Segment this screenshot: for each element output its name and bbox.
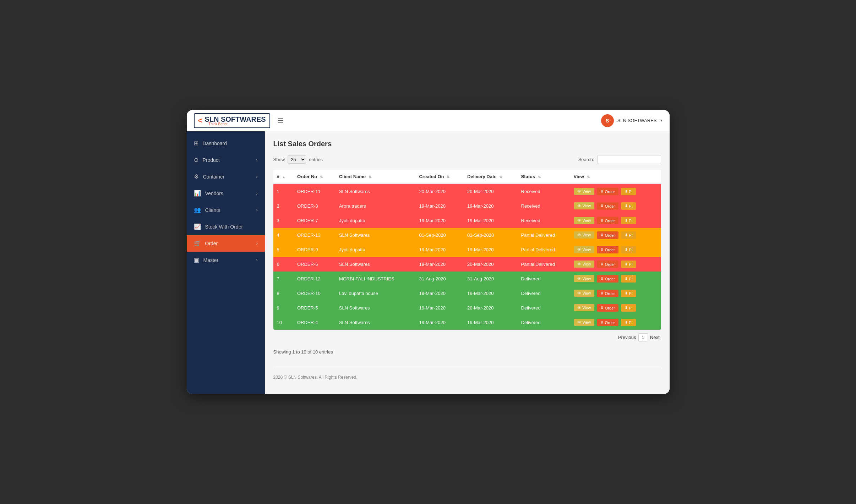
eye-icon: 👁 bbox=[577, 262, 581, 266]
table-row: 4 ORDER-13 SLN Softwares 01-Sep-2020 01-… bbox=[273, 228, 661, 242]
cell-num: 2 bbox=[273, 199, 294, 213]
pi-button[interactable]: ⬇ PI bbox=[621, 304, 636, 312]
view-button[interactable]: 👁 View bbox=[574, 261, 595, 268]
col-num[interactable]: # ▲ bbox=[273, 170, 294, 184]
eye-icon: 👁 bbox=[577, 306, 581, 310]
cell-delivery: 31-Aug-2020 bbox=[464, 272, 517, 286]
download-icon: ⬇ bbox=[600, 291, 604, 296]
table-row: 10 ORDER-4 SLN Softwares 19-Mar-2020 19-… bbox=[273, 315, 661, 330]
entries-select[interactable]: 25 10 50 100 bbox=[288, 155, 306, 164]
col-status[interactable]: Status ⇅ bbox=[518, 170, 570, 184]
sidebar-item-label: Container bbox=[203, 174, 225, 180]
col-client[interactable]: Client Name ⇅ bbox=[336, 170, 416, 184]
cell-client: Jyoti dupatta bbox=[336, 242, 416, 257]
download-icon: ⬇ bbox=[600, 320, 604, 325]
sidebar-item-label: Product bbox=[203, 157, 220, 163]
pi-download-icon: ⬇ bbox=[625, 291, 628, 296]
table-row: 1 ORDER-11 SLN Softwares 20-Mar-2020 20-… bbox=[273, 184, 661, 199]
cell-client: SLN Softwares bbox=[336, 315, 416, 330]
order-button[interactable]: ⬇ Order bbox=[597, 231, 618, 239]
view-button[interactable]: 👁 View bbox=[574, 217, 595, 224]
sidebar-item-master[interactable]: ▣ Master › bbox=[187, 252, 265, 268]
view-button[interactable]: 👁 View bbox=[574, 202, 595, 209]
pi-button[interactable]: ⬇ PI bbox=[621, 202, 636, 210]
table-controls: Show 25 10 50 100 entries Search: bbox=[273, 155, 661, 164]
sidebar-item-order[interactable]: 🛒 Order › bbox=[187, 235, 265, 252]
view-button[interactable]: 👁 View bbox=[574, 290, 595, 297]
sidebar-item-label: Master bbox=[203, 257, 219, 263]
pi-button[interactable]: ⬇ PI bbox=[621, 261, 636, 268]
view-button[interactable]: 👁 View bbox=[574, 188, 595, 195]
view-button[interactable]: 👁 View bbox=[574, 275, 595, 282]
cell-client: MORBI PALI INDUSTRIES bbox=[336, 272, 416, 286]
pagination-row: Previous 1 Next bbox=[273, 330, 661, 345]
pi-button[interactable]: ⬇ PI bbox=[621, 217, 636, 224]
cell-delivery: 19-Mar-2020 bbox=[464, 242, 517, 257]
cell-order-no: ORDER-7 bbox=[294, 213, 336, 228]
view-button[interactable]: 👁 View bbox=[574, 246, 595, 253]
user-dropdown-arrow[interactable]: ▾ bbox=[660, 118, 663, 123]
cell-created: 19-Mar-2020 bbox=[415, 315, 464, 330]
topbar-right: S SLN SOFTWARES ▾ bbox=[601, 114, 663, 127]
col-created[interactable]: Created On ⇅ bbox=[415, 170, 464, 184]
cell-created: 19-Mar-2020 bbox=[415, 242, 464, 257]
order-button[interactable]: ⬇ Order bbox=[597, 217, 618, 224]
logo: < SLN SOFTWARES ... Think Better... bbox=[194, 113, 270, 128]
content-area: List Sales Orders Show 25 10 50 100 entr… bbox=[265, 131, 670, 394]
order-button[interactable]: ⬇ Order bbox=[597, 304, 618, 312]
cell-order-no: ORDER-8 bbox=[294, 199, 336, 213]
table-header-row: # ▲ Order No ⇅ Client Name ⇅ Created On … bbox=[273, 170, 661, 184]
pi-download-icon: ⬇ bbox=[625, 233, 628, 237]
col-order-no[interactable]: Order No ⇅ bbox=[294, 170, 336, 184]
sidebar-item-label: Stock With Order bbox=[205, 224, 243, 230]
pi-button[interactable]: ⬇ PI bbox=[621, 188, 636, 195]
pi-button[interactable]: ⬇ PI bbox=[621, 231, 636, 239]
eye-icon: 👁 bbox=[577, 247, 581, 252]
sidebar-item-dashboard[interactable]: ⊞ Dashboard bbox=[187, 135, 265, 152]
sidebar-item-container[interactable]: ⚙ Container › bbox=[187, 168, 265, 185]
next-button[interactable]: Next bbox=[650, 335, 660, 340]
previous-button[interactable]: Previous bbox=[618, 335, 636, 340]
order-button[interactable]: ⬇ Order bbox=[597, 261, 618, 268]
cell-actions: 👁 View ⬇ Order ⬇ PI bbox=[570, 257, 661, 272]
order-button[interactable]: ⬇ Order bbox=[597, 319, 618, 326]
sidebar-item-clients[interactable]: 👥 Clients › bbox=[187, 202, 265, 218]
view-button[interactable]: 👁 View bbox=[574, 231, 595, 239]
sidebar-item-label: Clients bbox=[205, 207, 220, 213]
pi-button[interactable]: ⬇ PI bbox=[621, 275, 636, 283]
pi-button[interactable]: ⬇ PI bbox=[621, 290, 636, 297]
sidebar-item-product[interactable]: ⊙ Product › bbox=[187, 152, 265, 168]
eye-icon: 👁 bbox=[577, 291, 581, 295]
order-button[interactable]: ⬇ Order bbox=[597, 290, 618, 297]
cell-order-no: ORDER-13 bbox=[294, 228, 336, 242]
order-button[interactable]: ⬇ Order bbox=[597, 202, 618, 210]
cell-client: SLN Softwares bbox=[336, 228, 416, 242]
order-button[interactable]: ⬇ Order bbox=[597, 275, 618, 283]
cell-status: Received bbox=[518, 184, 570, 199]
hamburger-icon[interactable]: ☰ bbox=[277, 116, 284, 125]
entries-label: entries bbox=[309, 157, 323, 162]
cell-order-no: ORDER-4 bbox=[294, 315, 336, 330]
pi-button[interactable]: ⬇ PI bbox=[621, 246, 636, 253]
download-icon: ⬇ bbox=[600, 218, 604, 223]
chevron-right-icon: › bbox=[256, 208, 258, 213]
cell-client: SLN Softwares bbox=[336, 257, 416, 272]
page-number[interactable]: 1 bbox=[638, 333, 648, 341]
pi-button[interactable]: ⬇ PI bbox=[621, 319, 636, 326]
orders-table-wrap: # ▲ Order No ⇅ Client Name ⇅ Created On … bbox=[273, 170, 661, 330]
search-input[interactable] bbox=[597, 155, 661, 164]
order-button[interactable]: ⬇ Order bbox=[597, 188, 618, 195]
pi-download-icon: ⬇ bbox=[625, 320, 628, 325]
col-view[interactable]: View ⇅ bbox=[570, 170, 661, 184]
view-button[interactable]: 👁 View bbox=[574, 304, 595, 311]
col-delivery[interactable]: Delivery Date ⇅ bbox=[464, 170, 517, 184]
cell-created: 01-Sep-2020 bbox=[415, 228, 464, 242]
order-button[interactable]: ⬇ Order bbox=[597, 246, 618, 253]
cell-client: Jyoti dupatta bbox=[336, 213, 416, 228]
view-button[interactable]: 👁 View bbox=[574, 319, 595, 326]
search-group: Search: bbox=[578, 155, 661, 164]
table-row: 9 ORDER-5 SLN Softwares 19-Mar-2020 20-M… bbox=[273, 301, 661, 315]
sidebar-item-vendors[interactable]: 📊 Vendors › bbox=[187, 185, 265, 202]
cell-status: Received bbox=[518, 199, 570, 213]
sidebar-item-stock[interactable]: 📈 Stock With Order bbox=[187, 218, 265, 235]
